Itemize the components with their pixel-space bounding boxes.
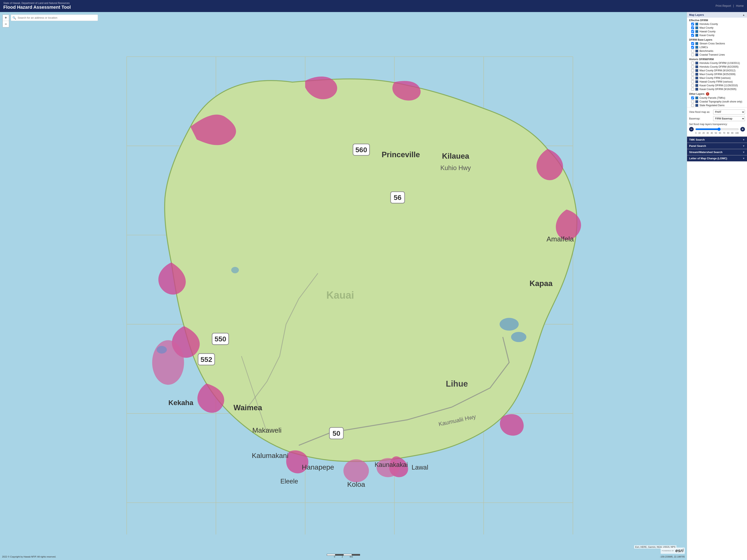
layer-label: State Regulated Dams [699, 104, 745, 107]
layer-checkbox[interactable] [691, 80, 694, 83]
layer-checkbox[interactable] [691, 77, 694, 79]
layer-color-box [695, 80, 698, 83]
layer-color-box [695, 77, 698, 79]
effective-dfirm-layers: Honolulu CountyMaui CountyHawaii CountyK… [687, 22, 747, 37]
layer-checkbox[interactable] [691, 30, 694, 33]
transparency-plus-btn[interactable]: + [740, 127, 745, 132]
svg-text:Lihue: Lihue [446, 379, 468, 388]
collapsible-label: Panel Search [689, 144, 706, 148]
layer-item: Kauai County DFIRM (11/26/2010) [687, 84, 747, 87]
layer-color-box [695, 88, 698, 91]
layer-checkbox[interactable] [691, 26, 694, 29]
search-input[interactable] [11, 15, 98, 21]
historic-dfirm-layers: Honolulu County DFIRM (1/19/2011)Honolul… [687, 61, 747, 91]
basemap-label: Basemap: [689, 117, 712, 120]
layer-checkbox[interactable] [691, 69, 694, 72]
bottom-sections: TMK Search▼Panel Search▼Stream/Watershed… [687, 136, 747, 161]
header-subtitle: State of Hawaii, Department of Land and … [3, 2, 71, 5]
layer-color-box [695, 30, 698, 33]
view-flood-row: View flood map as: FHATFIRMFIS [689, 109, 745, 114]
layer-label: Honolulu County [699, 23, 745, 26]
search-icon: 🔍 [12, 16, 16, 20]
layer-checkbox[interactable] [691, 65, 694, 68]
collapsible-header-panel-search[interactable]: Panel Search▼ [687, 143, 747, 149]
transparency-label: Set flood map layers transparency: [689, 123, 745, 126]
layer-checkbox[interactable] [691, 46, 694, 49]
layer-color-box [695, 69, 698, 72]
scale-line [327, 553, 360, 556]
collapsible-header-stream-search[interactable]: Stream/Watershed Search▼ [687, 149, 747, 155]
layer-checkbox[interactable] [691, 97, 694, 99]
collapsible-section-tmk-search: TMK Search▼ [687, 136, 747, 143]
svg-text:Kekaha: Kekaha [169, 399, 194, 406]
layer-item: Honolulu County DFIRM (1/19/2011) [687, 61, 747, 65]
map-layers-header[interactable]: Map Layers ▲ [687, 12, 747, 18]
layer-checkbox[interactable] [691, 50, 694, 52]
svg-text:56: 56 [394, 193, 402, 202]
svg-text:Lawal: Lawal [412, 464, 428, 471]
svg-text:Koloa: Koloa [347, 480, 365, 488]
layer-item: Honolulu County DFIRM (6/2/2005) [687, 65, 747, 69]
layer-item: Coastal Transect Lines [687, 53, 747, 57]
layer-item: Hawaii County [687, 30, 747, 33]
collapsible-caret: ▼ [742, 157, 745, 160]
layer-item: Stream Cross Sections [687, 42, 747, 46]
basemap-select[interactable]: FIRM BasemapImageryTopographicStreets [713, 116, 745, 121]
layer-item: County Parcels (TMKs) [687, 96, 747, 100]
home-link[interactable]: Home [736, 4, 744, 7]
layer-label: Maui County DFIRM (9/25/2009) [699, 73, 745, 76]
layer-checkbox[interactable] [691, 53, 694, 56]
scale-seg-2 [335, 554, 343, 556]
search-container: 🔍 [11, 15, 98, 21]
svg-point-17 [511, 332, 526, 342]
layer-checkbox[interactable] [691, 73, 694, 76]
controls-section: View flood map as: FHATFIRMFIS Basemap: … [687, 107, 747, 136]
layer-item: Hawaii County FIRM (various) [687, 80, 747, 84]
layer-label: LOMCs [699, 46, 745, 49]
layer-checkbox[interactable] [691, 23, 694, 26]
print-report-link[interactable]: Print Report [716, 4, 731, 7]
header: State of Hawaii, Department of Land and … [0, 0, 747, 12]
layer-label: Maui County DFIRM (9/19/2012) [699, 69, 745, 72]
layer-checkbox[interactable] [691, 84, 694, 87]
zoom-out-button[interactable]: − [3, 21, 9, 27]
powered-by-label: POWERED BY [662, 550, 674, 552]
svg-point-19 [231, 267, 239, 273]
layer-checkbox[interactable] [691, 34, 694, 37]
effective-dfirm-label: Effective DFIRM [687, 18, 747, 22]
layer-checkbox[interactable] [691, 104, 694, 107]
layer-label: Kauai County DFIRM (9/16/2005) [699, 88, 745, 91]
svg-text:50: 50 [332, 429, 340, 437]
collapsible-header-lomc[interactable]: Letter of Map Change (LOMC)▼ [687, 155, 747, 161]
layer-item: Maui County DFIRM (9/25/2009) [687, 72, 747, 76]
layer-checkbox[interactable] [691, 42, 694, 45]
scale-seg-1 [327, 554, 335, 556]
svg-text:Amalfela: Amalfela [546, 235, 574, 243]
svg-text:Kalumakani: Kalumakani [252, 452, 288, 459]
transparency-minus-btn[interactable]: − [689, 127, 694, 132]
header-separator: | [733, 4, 734, 7]
svg-text:Kapaa: Kapaa [530, 279, 552, 288]
dfirm-base-layers: Stream Cross SectionsLOMCsBenchmarksCoas… [687, 42, 747, 57]
layer-color-box [695, 97, 698, 99]
layer-label: Hawaii County FIRM (various) [699, 80, 745, 83]
layer-checkbox[interactable] [691, 100, 694, 103]
svg-text:560: 560 [356, 146, 367, 154]
layer-color-box [695, 104, 698, 107]
view-flood-select[interactable]: FHATFIRMFIS [713, 109, 745, 114]
zoom-in-button[interactable]: + [3, 15, 9, 21]
layer-item: Kauai County [687, 33, 747, 37]
copyright: 2022 © Copyright by Hawaii-NFIP. All rig… [2, 555, 56, 558]
main-content: + − 🔍 [0, 12, 747, 560]
collapsible-caret: ▼ [742, 144, 745, 148]
map-container[interactable]: + − 🔍 [0, 12, 687, 560]
map-layers-title: Map Layers [689, 13, 704, 17]
layer-label: Stream Cross Sections [699, 42, 745, 45]
layer-checkbox[interactable] [691, 61, 694, 64]
other-layers: County Parcels (TMKs)Coastal Topography … [687, 96, 747, 107]
collapsible-header-tmk-search[interactable]: TMK Search▼ [687, 137, 747, 143]
transparency-slider[interactable] [695, 128, 739, 131]
layer-checkbox[interactable] [691, 88, 694, 91]
right-panel: Map Layers ▲ Effective DFIRM Honolulu Co… [687, 12, 747, 560]
transparency-tick-labels: 0 10 20 30 40 50 60 70 80 90 100 [689, 132, 745, 134]
